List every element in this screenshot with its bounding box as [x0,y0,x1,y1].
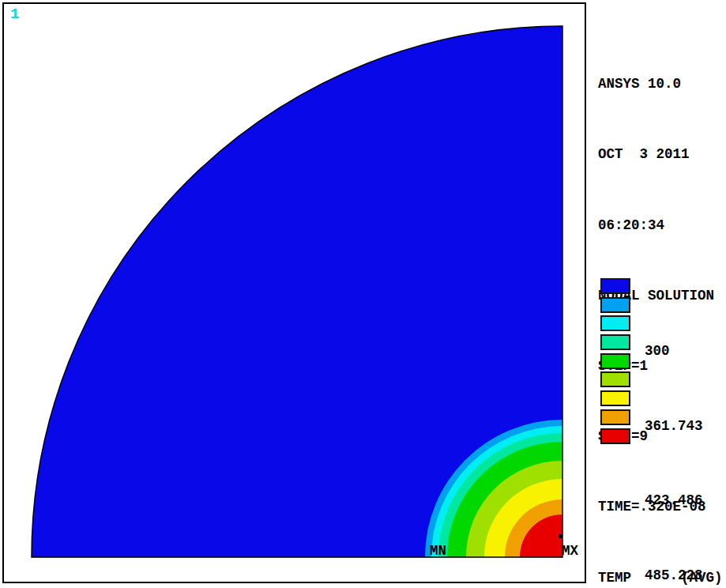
window-number: 1 [10,6,19,23]
info-line: OCT 3 2011 [598,145,723,163]
info-line: 06:20:34 [598,217,723,234]
legend-swatch-column [600,278,630,447]
legend-color-swatch [600,297,630,313]
legend-color-swatch [600,278,630,294]
legend-color-swatch [600,315,630,331]
max-node-marker [559,534,562,538]
max-node-label: MX [562,544,578,558]
contour-legend: 300 361.743 423.486 485.228 546.971 608.… [586,267,726,465]
legend-color-swatch [600,428,630,444]
legend-value: 300 [645,342,711,361]
legend-value: 423.486 [645,492,711,511]
legend-value: 361.743 [645,417,711,436]
legend-color-swatch [600,334,630,350]
contour-plot[interactable] [4,4,585,582]
info-panel: ANSYS 10.0 OCT 3 2011 06:20:34 NODAL SOL… [586,0,726,588]
legend-color-swatch [600,371,630,387]
legend-value: 485.228 [645,567,711,586]
graphics-window[interactable]: 1 MN MX [2,2,586,583]
info-line: ANSYS 10.0 [598,75,723,92]
min-node-label: MN [430,544,446,558]
legend-color-swatch [600,353,630,369]
legend-value-column: 300 361.743 423.486 485.228 546.971 608.… [645,267,711,588]
legend-color-swatch [600,409,630,425]
legend-color-swatch [600,390,630,406]
